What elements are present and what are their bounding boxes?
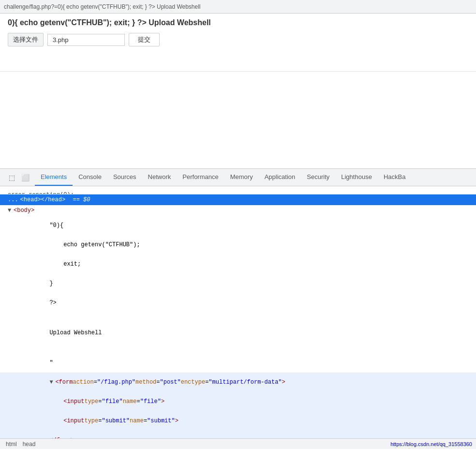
file-upload-form: 选择文件 3.php 提交 [8, 33, 468, 46]
devtools-panel: ⬚ ⬜ Elements Console Sources Network Per… [0, 168, 476, 449]
devtools-content: error_reporting(0); if($_SERVER["REMOTE_… [0, 186, 476, 438]
tab-security[interactable]: Security [301, 169, 335, 186]
expand-arrow[interactable]: ▼ [49, 378, 55, 387]
dom-line [0, 343, 476, 353]
breadcrumb-head[interactable]: head [21, 441, 38, 448]
file-name-display: 3.php [47, 34, 125, 46]
cursor-icon[interactable]: ⬚ [6, 172, 17, 183]
dom-input-submit-line[interactable]: <input type="submit" name="submit"> [0, 411, 476, 431]
tab-application[interactable]: Application [259, 169, 301, 186]
dom-line: exit; [0, 254, 476, 274]
dom-body-line[interactable]: ▼<body> [0, 205, 476, 216]
page-content-area: 0){ echo getenv("CTFHUB"); exit; } ?> Up… [0, 14, 476, 72]
tab-elements[interactable]: Elements [35, 169, 73, 186]
submit-button[interactable]: 提交 [129, 33, 160, 46]
box-icon[interactable]: ⬜ [19, 172, 31, 183]
tab-sources[interactable]: Sources [107, 169, 142, 186]
ellipsis-indicator: ... [8, 195, 18, 204]
tab-lighthouse[interactable]: Lighthouse [335, 169, 378, 186]
dom-form-close-line: </form> [0, 431, 476, 438]
devtools-icons: ⬚ ⬜ [2, 172, 35, 183]
empty-space [0, 72, 476, 168]
dom-line: } [0, 274, 476, 293]
code-line: error_reporting(0); [0, 190, 476, 194]
browser-url-bar: challenge/flag.php?=0){ echo getenv("CTF… [0, 0, 476, 14]
dom-head-line[interactable]: ... <head></head> == $0 [0, 194, 476, 205]
tab-hackba[interactable]: HackBa [378, 169, 412, 186]
dom-input-file-line[interactable]: <input type="file" name="file"> [0, 392, 476, 411]
tab-memory[interactable]: Memory [224, 169, 259, 186]
dom-line [0, 313, 476, 323]
equals-indicator: == $0 [69, 195, 90, 204]
source-code-area[interactable]: error_reporting(0); if($_SERVER["REMOTE_… [0, 186, 476, 194]
devtools-toolbar: ⬚ ⬜ Elements Console Sources Network Per… [0, 169, 476, 186]
dom-line: echo getenv("CTFHUB"); [0, 235, 476, 254]
tab-network[interactable]: Network [142, 169, 177, 186]
dom-line: ?> [0, 293, 476, 313]
page-title: 0){ echo getenv("CTFHUB"); exit; } ?> Up… [8, 18, 468, 27]
dom-quote: " [0, 353, 476, 373]
expand-arrow[interactable]: ▼ [8, 206, 14, 215]
head-tag: <head></head> [20, 195, 66, 204]
dom-upload-label: Upload Webshell [0, 323, 476, 343]
breadcrumb: html head [4, 441, 37, 448]
breadcrumb-html[interactable]: html [4, 441, 19, 448]
devtools-status-bar: html head https://blog.csdn.net/qq_31558… [0, 438, 476, 449]
dom-form-line[interactable]: ▼<form action="/flag.php" method="post" … [0, 373, 476, 392]
dom-line: "0){ [0, 216, 476, 235]
tab-performance[interactable]: Performance [177, 169, 224, 186]
devtools-tabs: Elements Console Sources Network Perform… [35, 169, 411, 186]
choose-file-button[interactable]: 选择文件 [8, 33, 44, 46]
status-right-text: https://blog.csdn.net/qq_31558360 [390, 441, 472, 447]
tab-console[interactable]: Console [73, 169, 107, 186]
dom-tree-area[interactable]: ... <head></head> == $0 ▼<body> "0){ ech… [0, 194, 476, 438]
